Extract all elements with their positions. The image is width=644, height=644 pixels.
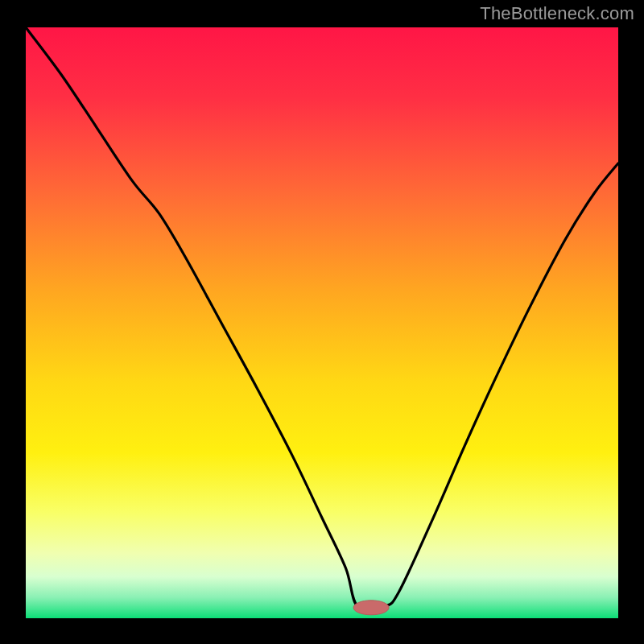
bottleneck-chart xyxy=(0,0,644,644)
plot-background xyxy=(26,27,618,618)
chart-frame: TheBottleneck.com xyxy=(0,0,644,644)
optimal-marker xyxy=(353,601,389,615)
attribution-text: TheBottleneck.com xyxy=(480,3,634,24)
